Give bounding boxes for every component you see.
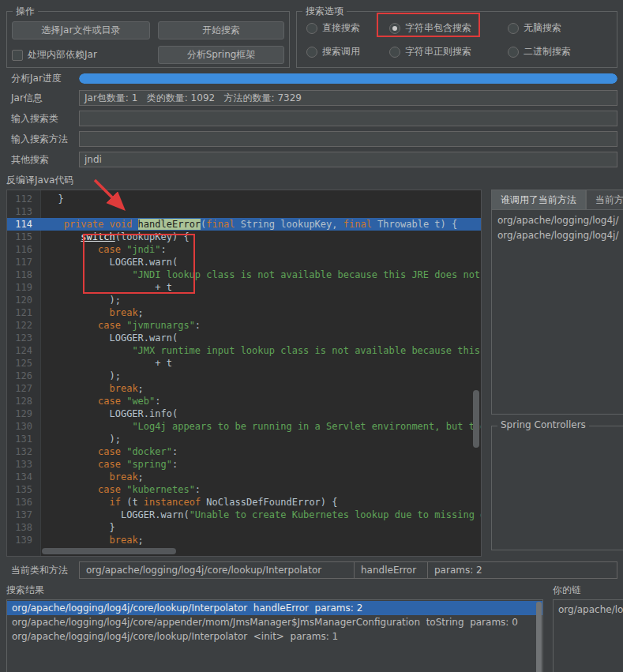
code-line[interactable]: 119 + t: [7, 281, 481, 294]
chain-label: 你的链: [553, 584, 581, 597]
jar-info-field: Jar包数量: 1 类的数量: 1092 方法的数量: 7329: [79, 90, 617, 106]
current-class-field[interactable]: org/apache/logging/log4j/core/lookup/Int…: [80, 562, 354, 578]
callers-list: org/apache/logging/log4j/org/apache/logg…: [491, 209, 623, 415]
operations-group: 操作 选择Jar文件或目录 开始搜索 处理内部依赖Jar 分析Spring框架: [6, 11, 290, 68]
caller-list-item[interactable]: org/apache/logging/log4j/: [492, 213, 623, 228]
search-results-list: org/apache/logging/log4j/core/lookup/Int…: [6, 599, 543, 672]
code-line[interactable]: 133 case "spring":: [7, 458, 481, 471]
code-line[interactable]: 126 );: [7, 370, 481, 382]
code-line[interactable]: 137 LOGGER.warn("Unable to create Kubern…: [7, 509, 481, 521]
spring-controllers-panel: Spring Controllers: [491, 426, 623, 550]
code-line[interactable]: 116 case "jndi":: [7, 243, 481, 256]
search-method-label: 输入搜索方法: [6, 133, 79, 146]
code-editor[interactable]: 112 }113114 private void handleError(fin…: [6, 190, 482, 557]
current-method-row: 当前类和方法 org/apache/logging/log4j/core/loo…: [6, 561, 617, 579]
code-line[interactable]: 115 switch(lookupKey) {: [7, 231, 481, 243]
search-options-grid: 直接搜索 字符串包含搜索 无脑搜索 搜索调用 字符串正则搜索 二进制搜索: [302, 21, 612, 58]
top-bar: 操作 选择Jar文件或目录 开始搜索 处理内部依赖Jar 分析Spring框架 …: [0, 0, 623, 68]
search-option-radio[interactable]: 二进制搜索: [508, 45, 612, 58]
radio-icon: [306, 23, 317, 34]
code-line[interactable]: 136 if (t instanceof NoClassDefFoundErro…: [7, 496, 481, 509]
code-line[interactable]: 132 case "docker":: [7, 445, 481, 458]
search-option-radio[interactable]: 无脑搜索: [508, 21, 612, 35]
radio-label: 二进制搜索: [524, 45, 571, 58]
radio-icon: [306, 47, 317, 58]
current-method-label: 当前类和方法: [6, 564, 79, 577]
code-line[interactable]: 130 "Log4j appears to be running in a Se…: [7, 420, 481, 433]
code-line[interactable]: 134 break;: [7, 471, 481, 483]
chain-list-item[interactable]: org/apache/logging/log4j/core/lookup/Int…: [554, 603, 623, 617]
search-options-group: 搜索选项 直接搜索 字符串包含搜索 无脑搜索 搜索调用 字符串正则搜索: [296, 11, 617, 68]
chain-list: org/apache/logging/log4j/core/lookup/Int…: [553, 599, 623, 672]
radio-label: 无脑搜索: [524, 21, 561, 35]
search-option-radio[interactable]: 字符串正则搜索: [389, 45, 508, 58]
search-method-input[interactable]: [79, 131, 617, 147]
call-panel-tab[interactable]: 谁调用了当前方法: [491, 190, 586, 209]
code-line[interactable]: 117 LOGGER.warn(: [7, 256, 481, 268]
progress-label: 分析Jar进度: [6, 72, 79, 85]
code-line[interactable]: 120 );: [7, 294, 481, 306]
search-option-radio[interactable]: 搜索调用: [306, 45, 389, 58]
jar-progress-fill: [79, 73, 617, 84]
editor-title: 反编译Java代码: [6, 174, 623, 187]
code-line[interactable]: 113: [7, 205, 481, 218]
current-params-field[interactable]: params: 2: [427, 562, 617, 578]
jar-progress-bar: [79, 73, 617, 84]
results-vertical-scrollbar[interactable]: [536, 602, 542, 672]
radio-label: 直接搜索: [322, 21, 360, 35]
search-options-title: 搜索选项: [302, 5, 347, 18]
editor-horizontal-scrollbar[interactable]: [42, 548, 176, 554]
code-line[interactable]: 121 break;: [7, 306, 481, 319]
radio-label: 字符串包含搜索: [405, 21, 471, 35]
radio-icon: [389, 47, 400, 58]
code-line[interactable]: 139 break;: [7, 534, 481, 546]
inner-jar-label: 处理内部依赖Jar: [28, 48, 97, 62]
bottom-labels: 搜索结果 你的链: [6, 584, 617, 597]
bottom-area: org/apache/logging/log4j/core/lookup/Int…: [6, 599, 623, 672]
select-jar-button[interactable]: 选择Jar文件或目录: [12, 21, 150, 39]
analyze-spring-button[interactable]: 分析Spring框架: [158, 46, 284, 64]
editor-vertical-scrollbar[interactable]: [473, 390, 479, 448]
search-result-row[interactable]: org/apache/logging/log4j/core/appender/m…: [7, 615, 542, 629]
main-area: 112 }113114 private void handleError(fin…: [6, 190, 623, 557]
caller-list-item[interactable]: org/apache/logging/log4j/: [492, 228, 623, 243]
code-line[interactable]: 131 );: [7, 433, 481, 445]
radio-label: 字符串正则搜索: [405, 45, 471, 58]
code-line[interactable]: 128 case "web":: [7, 395, 481, 407]
radio-icon: [508, 23, 519, 34]
code-line[interactable]: 135 case "kubernetes":: [7, 483, 481, 496]
call-panel: 谁调用了当前方法当前方法调用了谁 org/apache/logging/log4…: [491, 190, 623, 557]
search-option-radio[interactable]: 字符串包含搜索: [389, 21, 508, 35]
radio-icon: [508, 47, 519, 58]
code-line[interactable]: 125 + t: [7, 357, 481, 370]
call-panel-tab[interactable]: 当前方法调用了谁: [586, 190, 623, 209]
call-panel-tabs: 谁调用了当前方法当前方法调用了谁: [491, 190, 623, 209]
code-line[interactable]: 138 }: [7, 521, 481, 534]
search-class-label: 输入搜索类: [6, 112, 79, 126]
code-line[interactable]: 124 "JMX runtime input lookup class is n…: [7, 344, 481, 357]
current-method-field[interactable]: handleError: [354, 562, 427, 578]
search-results-label: 搜索结果: [6, 584, 553, 597]
jar-info-label: Jar信息: [6, 92, 79, 105]
inner-jar-checkbox[interactable]: 处理内部依赖Jar: [12, 48, 150, 62]
code-line[interactable]: 118 "JNDI lookup class is not available …: [7, 268, 481, 281]
search-class-input[interactable]: [79, 111, 617, 126]
code-line[interactable]: 122 case "jvmrunargs":: [7, 319, 481, 332]
operations-title: 操作: [13, 5, 38, 18]
search-option-radio[interactable]: 直接搜索: [306, 21, 389, 35]
radio-label: 搜索调用: [322, 45, 360, 58]
checkbox-icon: [12, 50, 23, 61]
code-line[interactable]: 127 break;: [7, 382, 481, 395]
other-search-input[interactable]: [79, 152, 617, 167]
code-line[interactable]: 129 LOGGER.info(: [7, 407, 481, 420]
current-method-bar: org/apache/logging/log4j/core/lookup/Int…: [79, 561, 617, 579]
search-result-row[interactable]: org/apache/logging/log4j/core/lookup/Int…: [7, 629, 542, 644]
start-search-button[interactable]: 开始搜索: [158, 21, 284, 39]
code-line[interactable]: 112 }: [7, 193, 481, 205]
form-area: 分析Jar进度 Jar信息 Jar包数量: 1 类的数量: 1092 方法的数量…: [0, 68, 623, 167]
code-line[interactable]: 123 LOGGER.warn(: [7, 332, 481, 344]
spring-controllers-title: Spring Controllers: [497, 419, 589, 430]
code-line[interactable]: 114 private void handleError(final Strin…: [7, 218, 481, 231]
search-result-row[interactable]: org/apache/logging/log4j/core/lookup/Int…: [7, 601, 542, 615]
other-search-label: 其他搜索: [6, 153, 79, 167]
